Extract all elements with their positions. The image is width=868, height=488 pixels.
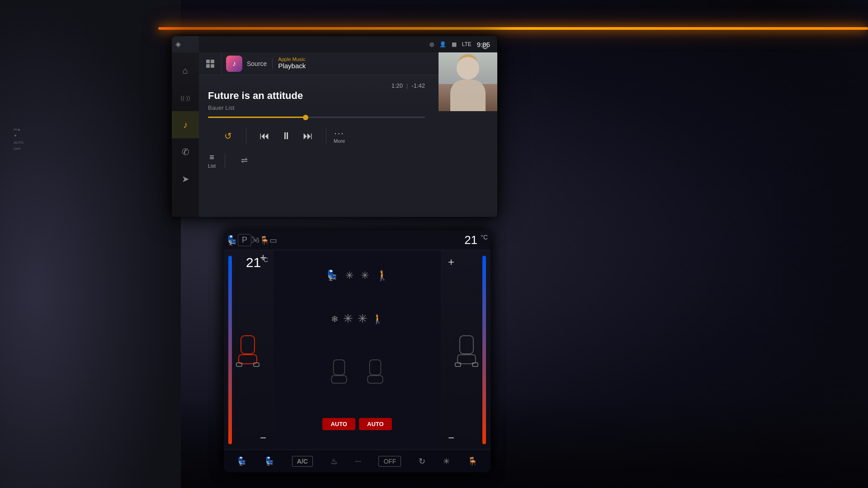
list-label: List [208, 163, 216, 169]
right-temp-plus-button[interactable]: + [448, 256, 454, 268]
pause-icon: ⏸ [281, 130, 291, 142]
climate-parking-icon[interactable]: P [238, 234, 251, 246]
lte-icon: LTE [462, 41, 472, 47]
time-current: 1:20 [392, 82, 403, 89]
seat-warm-icon[interactable]: 🪑 [467, 456, 477, 466]
ac-button[interactable]: A/C [292, 456, 313, 467]
shuffle-button[interactable]: ⇌ [234, 150, 254, 170]
recirculation-icon[interactable]: ↻ [419, 456, 425, 466]
off-button[interactable]: OFF [378, 456, 401, 467]
svg-rect-17 [460, 336, 473, 354]
climate-rear-window-icon[interactable]: ▭ [269, 235, 277, 245]
seat-heat-icon-2[interactable]: 💺 [264, 456, 274, 466]
grid-icon [206, 59, 215, 68]
right-temp-zone: + − [441, 250, 491, 450]
home-icon: ⌂ [183, 66, 188, 76]
fan-speed-icon[interactable]: ✳ [345, 270, 354, 282]
more-label: More [334, 138, 345, 144]
steering-wheel-area: HI▲ ▼ AUTO OFF [0, 0, 181, 488]
person-stand-icon: 🚶 [372, 314, 383, 324]
climate-seat-heat-icon[interactable]: 💺 [226, 235, 238, 246]
heat-icon-bottom[interactable]: ♨ [330, 456, 338, 466]
dash-controls: HI▲ ▼ AUTO OFF [14, 127, 24, 153]
progress-fill [208, 117, 306, 118]
left-temp-minus-button[interactable]: − [260, 432, 266, 444]
bottom-controls: ≡ List ⇌ [199, 147, 497, 170]
nav-radio[interactable]: ((·)) [172, 84, 199, 111]
album-art [439, 52, 497, 111]
person-icon: 👤 [439, 41, 446, 47]
nav-phone[interactable]: ✆ [172, 138, 199, 165]
grid-view-button[interactable] [199, 52, 222, 75]
center-left-seat [328, 356, 350, 388]
center-fan-icon-2: ✳ [358, 312, 368, 326]
fan-bottom-icon[interactable]: ✳ [443, 456, 450, 466]
progress-bar[interactable] [208, 117, 425, 118]
left-temp-plus-button[interactable]: + [260, 251, 266, 264]
control-divider-2 [326, 129, 326, 143]
prev-button[interactable]: ⏮ [254, 125, 275, 147]
climate-top-icons: 💺 ✳ ✳ 🚶 [326, 270, 388, 282]
source-tab[interactable]: Source [247, 60, 267, 67]
bottom-divider [225, 153, 225, 168]
tab-header-info: Apple Music Playback [278, 57, 306, 70]
climate-seat-icon[interactable]: 🪑 [259, 235, 269, 245]
center-right-seat [364, 356, 387, 388]
brand-icon: ◈ [175, 40, 181, 48]
shuffle-icon: ⇌ [241, 155, 248, 165]
climate-bottom-bar: 💺 💺 A/C ♨ ··· OFF ↻ ✳ 🪑 [224, 450, 491, 472]
climate-middle-row: ❄ ✳ ✳ 🚶 [331, 312, 383, 326]
svg-rect-14 [331, 375, 346, 383]
heat-seat-icon-bottom[interactable]: 💺 [237, 456, 247, 466]
settings-button[interactable]: ⚙ [478, 40, 492, 53]
fan-icon-right[interactable]: ✳ [361, 270, 369, 282]
auto-buttons: AUTO AUTO [322, 418, 392, 430]
climate-front-defrost-icon[interactable]: 🌬 [251, 235, 259, 245]
auto-left-button[interactable]: AUTO [322, 418, 355, 430]
auto-right-button[interactable]: AUTO [359, 418, 392, 430]
playback-controls: ↺ ⏮ ⏸ ⏭ ··· More [199, 125, 497, 147]
app-name-label: Apple Music [278, 57, 306, 62]
radio-icon: ((·)) [181, 94, 190, 101]
nav-navigation[interactable]: ➤ [172, 165, 199, 192]
pause-button[interactable]: ⏸ [275, 125, 297, 147]
center-fan-icon: ✳ [343, 312, 353, 326]
album-art-image [439, 52, 497, 111]
right-temp-bar [482, 256, 486, 444]
sidebar-nav: ⌂ ((·)) ♪ ✆ ➤ [172, 52, 199, 217]
svg-rect-5 [439, 52, 497, 84]
ambient-light-strip [158, 27, 868, 30]
climate-right-temp-top: 21 °C [464, 233, 488, 247]
time-remaining: -1:42 [411, 82, 425, 89]
list-button[interactable]: ≡ List [208, 153, 216, 169]
nav-music[interactable]: ♪ [172, 111, 199, 138]
status-bar: ◎ 👤 ▦ LTE 9:05 [199, 36, 497, 52]
repeat-icon: ↺ [224, 131, 232, 141]
more-button[interactable]: ··· More [334, 128, 345, 144]
nav-home[interactable]: ⌂ [172, 57, 199, 84]
tab-divider [272, 58, 273, 69]
snowflake-icon: ❄ [331, 314, 339, 324]
next-button[interactable]: ⏭ [297, 125, 319, 147]
svg-rect-1 [211, 60, 214, 63]
seat-position-icon[interactable]: 💺 [326, 270, 338, 282]
more-dots-climate[interactable]: ··· [355, 457, 361, 465]
svg-rect-0 [206, 60, 210, 63]
next-icon: ⏭ [303, 130, 313, 142]
right-temp-minus-button[interactable]: − [448, 432, 454, 444]
progress-container [199, 117, 497, 118]
svg-rect-9 [241, 336, 255, 354]
music-icon: ♪ [183, 120, 188, 130]
album-person-svg [439, 52, 497, 111]
apple-music-logo: ♪ [226, 56, 242, 72]
playback-tab[interactable]: Playback [278, 62, 306, 70]
climate-main-body: 21°C + − 💺 ✳ ✳ [224, 250, 491, 450]
repeat-button[interactable]: ↺ [217, 125, 239, 147]
svg-rect-2 [206, 64, 210, 68]
progress-dot [303, 115, 308, 120]
prev-icon: ⏮ [259, 130, 269, 142]
person-icon-center[interactable]: 🚶 [376, 270, 388, 282]
svg-rect-18 [458, 355, 476, 364]
svg-rect-13 [334, 360, 345, 375]
signal-icon: ▦ [452, 41, 457, 47]
